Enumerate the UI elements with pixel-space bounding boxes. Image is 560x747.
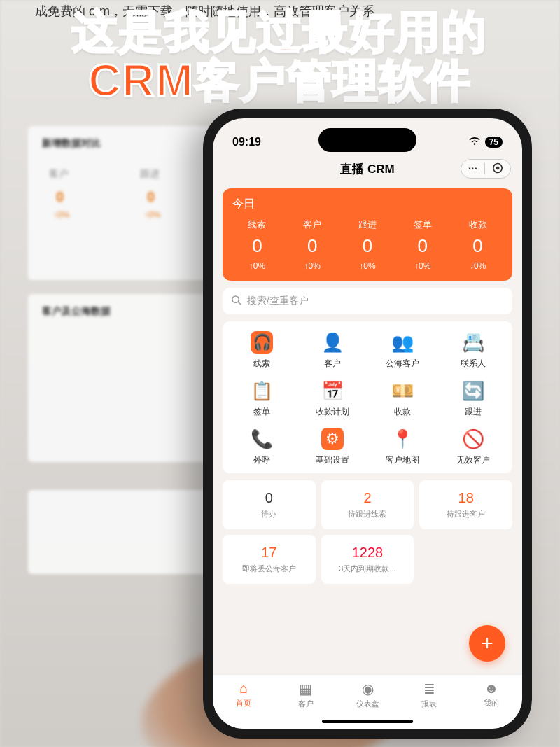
more-icon[interactable]: ···: [461, 162, 484, 175]
today-col-value: 0: [285, 235, 340, 257]
stat-grid: 0待办2待跟进线索18待跟进客户17即将丢公海客户12283天内到期收款...: [223, 480, 512, 584]
feature-icon: 👤: [321, 331, 344, 354]
today-col-value: 0: [340, 235, 396, 257]
tab-icon: ☻: [461, 680, 522, 697]
tab-label: 我的: [484, 699, 499, 707]
today-col-label: 跟进: [340, 218, 396, 231]
app-title: 直播 CRM: [340, 161, 394, 177]
svg-line-1: [238, 302, 241, 305]
search-placeholder: 搜索/查重客户: [247, 295, 309, 307]
feature-icon: 🔄: [462, 379, 484, 402]
feature-label: 签单: [227, 406, 298, 418]
feature-label: 基础设置: [298, 454, 368, 466]
today-col-value: 0: [450, 235, 505, 257]
stat-label: 待办: [227, 509, 312, 519]
tab-icon: ≣: [398, 680, 460, 697]
stat-card-3[interactable]: 17即将丢公海客户: [223, 535, 316, 584]
today-col-label: 收款: [450, 218, 505, 231]
tab-首页[interactable]: ⌂首页: [213, 680, 274, 729]
stat-label: 3天内到期收款...: [326, 564, 410, 574]
feature-无效客户[interactable]: 🚫无效客户: [438, 428, 509, 466]
today-col-delta: ↑0%: [285, 261, 340, 271]
stat-card-2[interactable]: 18待跟进客户: [419, 480, 512, 529]
feature-客户地图[interactable]: 📍客户地图: [368, 428, 438, 466]
promo-headline: 这是我见过最好用的 CRM客户管理软件: [0, 7, 560, 106]
stat-card-4[interactable]: 12283天内到期收款...: [321, 535, 414, 584]
feature-联系人[interactable]: 📇联系人: [438, 331, 509, 370]
dynamic-island: [318, 128, 416, 152]
stat-label: 待跟进线索: [326, 509, 410, 519]
feature-label: 联系人: [438, 358, 509, 370]
today-col-label: 客户: [285, 218, 340, 231]
miniprogram-capsule[interactable]: ··· ⦿: [461, 159, 511, 179]
feature-label: 线索: [227, 358, 298, 370]
feature-icon: 💴: [391, 379, 414, 402]
today-col-4[interactable]: 收款0↓0%: [450, 218, 505, 271]
stat-number: 2: [326, 490, 410, 506]
feature-label: 客户地图: [368, 454, 438, 466]
tab-icon: ⌂: [213, 680, 274, 697]
wifi-icon: [468, 137, 481, 148]
today-col-3[interactable]: 签单0↑0%: [395, 218, 450, 271]
feature-跟进[interactable]: 🔄跟进: [438, 379, 509, 418]
stat-card-0[interactable]: 0待办: [223, 480, 316, 529]
tab-label: 客户: [298, 699, 314, 708]
feature-外呼[interactable]: 📞外呼: [227, 428, 298, 466]
feature-icon: 📇: [462, 331, 484, 354]
tab-label: 仪表盘: [356, 699, 379, 708]
feature-label: 收款: [368, 406, 438, 418]
today-col-value: 0: [395, 235, 450, 257]
today-col-1[interactable]: 客户0↑0%: [285, 218, 340, 271]
feature-icon: 🚫: [462, 428, 484, 450]
feature-签单[interactable]: 📋签单: [227, 379, 298, 418]
search-icon: [231, 295, 241, 307]
phone-screen: 09:19 75 直播 CRM ··· ⦿ 今日 线索0↑0%客户0↑0%跟进0…: [213, 118, 522, 729]
stat-label: 即将丢公海客户: [227, 564, 312, 574]
stat-card-1[interactable]: 2待跟进线索: [321, 480, 414, 529]
feature-icon: 📋: [251, 379, 273, 402]
add-fab-button[interactable]: +: [469, 625, 505, 662]
today-summary-card[interactable]: 今日 线索0↑0%客户0↑0%跟进0↑0%签单0↑0%收款0↓0%: [223, 188, 512, 281]
bg-section-1: 新增数据对比: [42, 137, 101, 150]
today-title: 今日: [230, 197, 505, 211]
feature-label: 外呼: [227, 454, 298, 466]
feature-label: 跟进: [438, 406, 509, 418]
feature-基础设置[interactable]: ⚙基础设置: [298, 428, 368, 466]
svg-point-0: [232, 296, 239, 302]
bg-section-2: 客户及公海数据: [42, 305, 111, 318]
feature-label: 公海客户: [368, 358, 438, 370]
today-col-value: 0: [230, 235, 285, 257]
feature-公海客户[interactable]: 👥公海客户: [368, 331, 438, 370]
today-col-delta: ↑0%: [395, 261, 450, 271]
feature-icon: ⚙: [321, 428, 344, 450]
today-col-delta: ↓0%: [450, 261, 505, 271]
tab-我的[interactable]: ☻我的: [461, 680, 522, 729]
today-col-label: 签单: [395, 218, 450, 231]
feature-icon: 📍: [391, 428, 414, 450]
feature-icon: 🎧: [251, 331, 273, 354]
search-input[interactable]: 搜索/查重客户: [223, 288, 512, 314]
today-col-delta: ↑0%: [340, 261, 396, 271]
feature-grid: 🎧线索👤客户👥公海客户📇联系人📋签单📅收款计划💴收款🔄跟进📞外呼⚙基础设置📍客户…: [223, 321, 512, 473]
today-col-2[interactable]: 跟进0↑0%: [340, 218, 396, 271]
feature-线索[interactable]: 🎧线索: [227, 331, 298, 370]
stat-number: 0: [227, 490, 312, 506]
feature-icon: 📅: [321, 379, 344, 402]
feature-icon: 👥: [391, 331, 414, 354]
feature-客户[interactable]: 👤客户: [298, 331, 368, 370]
stat-number: 17: [227, 545, 312, 561]
tab-icon: ◉: [337, 680, 398, 697]
tab-label: 首页: [236, 699, 251, 707]
tab-label: 报表: [421, 699, 437, 708]
feature-label: 收款计划: [298, 406, 368, 418]
status-time: 09:19: [232, 136, 261, 148]
today-col-0[interactable]: 线索0↑0%: [230, 218, 285, 271]
stat-label: 待跟进客户: [424, 509, 508, 519]
app-header: 直播 CRM ··· ⦿: [213, 153, 522, 184]
close-icon[interactable]: ⦿: [485, 162, 510, 175]
home-indicator[interactable]: [322, 720, 413, 723]
feature-收款计划[interactable]: 📅收款计划: [298, 379, 368, 418]
feature-收款[interactable]: 💴收款: [368, 379, 438, 418]
feature-label: 无效客户: [438, 454, 509, 466]
today-col-label: 线索: [230, 218, 285, 231]
